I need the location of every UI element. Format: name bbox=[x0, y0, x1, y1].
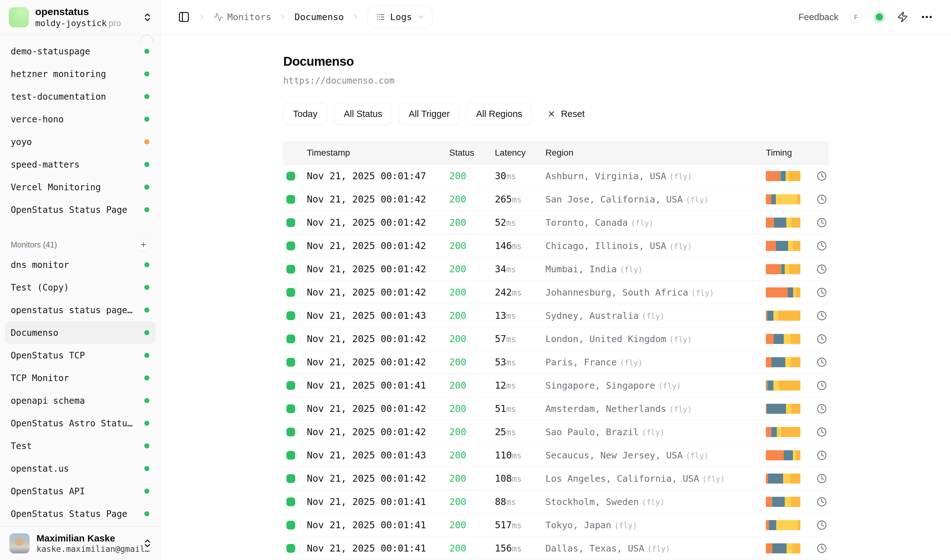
sidebar-item-label: verce-hono bbox=[11, 114, 64, 125]
row-status: 200 bbox=[449, 194, 495, 205]
timing-segment-tls bbox=[771, 194, 776, 205]
clock-icon[interactable] bbox=[817, 520, 827, 530]
sidebar-item-demo-statuspage[interactable]: demo-statuspage bbox=[5, 40, 155, 63]
filter-date-button[interactable]: Today bbox=[283, 103, 327, 125]
sidebar-item-tcp-monitor[interactable]: TCP Monitor bbox=[5, 367, 155, 389]
timing-segment-tls bbox=[772, 497, 785, 507]
clock-icon[interactable] bbox=[817, 194, 827, 205]
system-status-indicator[interactable] bbox=[874, 11, 885, 23]
feedback-button[interactable]: Feedback bbox=[799, 12, 839, 22]
status-indicator bbox=[286, 381, 295, 390]
table-row[interactable]: Nov 21, 2025 00:01:42 200 25ms Sao Paulo… bbox=[283, 420, 829, 444]
sidebar-item-openstatus-status-page[interactable]: OpenStatus Status Page bbox=[5, 503, 155, 525]
user-menu[interactable]: Maximilian Kaske kaske.maximilian@gmail… bbox=[0, 526, 161, 560]
table-row[interactable]: Nov 21, 2025 00:01:41 200 88ms Stockholm… bbox=[283, 490, 829, 514]
sidebar-item-dns-monitor[interactable]: dns monitor bbox=[5, 254, 155, 276]
table-row[interactable]: Nov 21, 2025 00:01:42 200 265ms San Jose… bbox=[283, 188, 829, 211]
clock-icon[interactable] bbox=[817, 380, 827, 391]
breadcrumb-page[interactable]: Documenso bbox=[295, 12, 344, 22]
timing-segment-transfer bbox=[791, 497, 800, 507]
clock-icon[interactable] bbox=[817, 450, 827, 460]
timing-bar bbox=[766, 497, 800, 507]
scrollbar-thumb[interactable] bbox=[140, 35, 153, 42]
clock-icon[interactable] bbox=[817, 543, 827, 554]
sidebar-item-openstatus-status-page[interactable]: openstatus status page… bbox=[5, 299, 155, 322]
clock-icon[interactable] bbox=[817, 357, 827, 367]
table-row[interactable]: Nov 21, 2025 00:01:42 200 52ms Toronto, … bbox=[283, 211, 829, 234]
table-row[interactable]: Nov 21, 2025 00:01:42 200 108ms Los Ange… bbox=[283, 467, 829, 490]
sidebar-item-vercel-monitoring[interactable]: Vercel Monitoring bbox=[5, 176, 155, 198]
sidebar-item-verce-hono[interactable]: verce-hono bbox=[5, 108, 155, 131]
breadcrumb-monitors[interactable]: Monitors bbox=[213, 12, 271, 22]
panel-left-toggle-icon[interactable] bbox=[178, 11, 190, 23]
zap-icon[interactable] bbox=[897, 11, 908, 23]
sidebar-item-label: OpenStatus API bbox=[11, 486, 85, 497]
sidebar-item-openstatus-status-page[interactable]: OpenStatus Status Page bbox=[5, 198, 155, 221]
sidebar-item-openstatus-astro-statu[interactable]: OpenStatus Astro Statu… bbox=[5, 412, 155, 435]
row-status: 200 bbox=[449, 217, 495, 228]
clock-icon[interactable] bbox=[817, 218, 827, 228]
timing-segment-ttfb bbox=[786, 218, 792, 228]
sidebar-item-hetzner-monitoring[interactable]: hetzner monitoring bbox=[5, 63, 155, 85]
sidebar-item-openstatus-api[interactable]: OpenStatus API bbox=[5, 480, 155, 503]
table-row[interactable]: Nov 21, 2025 00:01:42 200 57ms London, U… bbox=[283, 327, 829, 351]
clock-icon[interactable] bbox=[817, 404, 827, 414]
chevrons-up-down-icon bbox=[142, 12, 152, 22]
filter-status-button[interactable]: All Status bbox=[334, 103, 392, 125]
table-row[interactable]: Nov 21, 2025 00:01:41 200 12ms Singapore… bbox=[283, 374, 829, 397]
row-region: San Jose, California, USA (fly) bbox=[545, 194, 766, 205]
timing-segment-dns bbox=[766, 171, 780, 181]
sidebar-item-label: OpenStatus Status Page bbox=[11, 509, 127, 519]
timing-segment-ttfb bbox=[773, 380, 779, 391]
sidebar-item-openstat-us[interactable]: openstat.us bbox=[5, 457, 155, 480]
table-row[interactable]: Nov 21, 2025 00:01:42 200 146ms Chicago,… bbox=[283, 234, 829, 257]
row-latency: 53ms bbox=[495, 357, 545, 368]
reset-filters-button[interactable]: Reset bbox=[540, 103, 592, 125]
table-row[interactable]: Nov 21, 2025 00:01:43 200 13ms Sydney, A… bbox=[283, 304, 829, 327]
main-area: Monitors Documenso Logs Feedback F Docum… bbox=[161, 0, 951, 560]
sidebar-item-yoyo[interactable]: yoyo bbox=[5, 131, 155, 153]
clock-icon[interactable] bbox=[817, 334, 827, 344]
workspace-switcher[interactable]: openstatus moldy-joystickpro bbox=[0, 0, 161, 35]
clock-icon[interactable] bbox=[817, 171, 827, 181]
sidebar-item-documenso[interactable]: Documenso bbox=[5, 322, 155, 344]
topbar-actions: Feedback F bbox=[799, 10, 933, 23]
timing-bar bbox=[766, 380, 800, 391]
table-row[interactable]: Nov 21, 2025 00:01:41 200 156ms Dallas, … bbox=[283, 537, 829, 560]
clock-icon[interactable] bbox=[817, 474, 827, 484]
clock-icon[interactable] bbox=[817, 311, 827, 321]
table-row[interactable]: Nov 21, 2025 00:01:42 200 51ms Amsterdam… bbox=[283, 397, 829, 420]
timing-segment-tls bbox=[769, 520, 776, 530]
chevron-down-icon bbox=[417, 13, 425, 21]
table-row[interactable]: Nov 21, 2025 00:01:43 200 110ms Secaucus… bbox=[283, 444, 829, 467]
clock-icon[interactable] bbox=[817, 264, 827, 274]
sidebar-item-test-copy[interactable]: Test (Copy) bbox=[5, 276, 155, 299]
view-selector-logs[interactable]: Logs bbox=[367, 6, 432, 28]
table-row[interactable]: Nov 21, 2025 00:01:41 200 517ms Tokyo, J… bbox=[283, 514, 829, 537]
sidebar-item-speed-matters[interactable]: speed-matters bbox=[5, 153, 155, 176]
sidebar-item-openstatus-tcp[interactable]: OpenStatus TCP bbox=[5, 344, 155, 367]
status-indicator bbox=[286, 311, 295, 320]
clock-icon[interactable] bbox=[817, 241, 827, 251]
table-row[interactable]: Nov 21, 2025 00:01:47 200 30ms Ashburn, … bbox=[283, 165, 829, 188]
table-row[interactable]: Nov 21, 2025 00:01:42 200 34ms Mumbai, I… bbox=[283, 257, 829, 281]
filter-trigger-button[interactable]: All Trigger bbox=[399, 103, 460, 125]
user-meta: Maximilian Kaske kaske.maximilian@gmail… bbox=[37, 533, 135, 554]
clock-icon[interactable] bbox=[817, 497, 827, 507]
sidebar-item-test[interactable]: Test bbox=[5, 435, 155, 457]
row-latency: 51ms bbox=[495, 403, 545, 414]
clock-icon[interactable] bbox=[817, 427, 827, 437]
table-row[interactable]: Nov 21, 2025 00:01:42 200 242ms Johannes… bbox=[283, 281, 829, 304]
row-region: Stockholm, Sweden (fly) bbox=[545, 497, 766, 507]
sidebar-item-test-documentation[interactable]: test-documentation bbox=[5, 85, 155, 108]
more-menu-icon[interactable] bbox=[920, 10, 933, 23]
timing-segment-transfer bbox=[789, 171, 800, 181]
add-monitor-button[interactable] bbox=[137, 238, 150, 251]
filter-regions-button[interactable]: All Regions bbox=[466, 103, 532, 125]
row-region: Toronto, Canada (fly) bbox=[545, 217, 766, 228]
timing-bar bbox=[766, 543, 800, 554]
sidebar-item-openapi-schema[interactable]: openapi schema bbox=[5, 389, 155, 412]
clock-icon[interactable] bbox=[817, 288, 827, 297]
table-row[interactable]: Nov 21, 2025 00:01:42 200 53ms Paris, Fr… bbox=[283, 351, 829, 374]
timing-segment-ttfb bbox=[776, 194, 797, 205]
